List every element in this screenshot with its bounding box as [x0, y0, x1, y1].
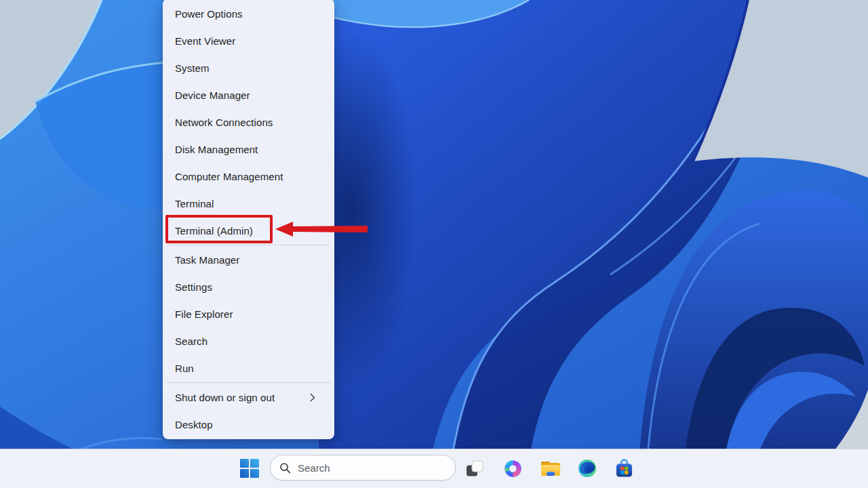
- menu-item-search[interactable]: Search: [165, 327, 332, 354]
- copilot-icon: [504, 460, 522, 478]
- menu-item-run[interactable]: Run: [165, 354, 332, 382]
- menu-item-label: Settings: [175, 281, 212, 293]
- taskbar-search[interactable]: Search: [270, 455, 456, 481]
- menu-item-label: Terminal: [175, 198, 214, 209]
- menu-item-computer-management[interactable]: Computer Management: [165, 163, 332, 190]
- windows-logo-icon: [240, 459, 259, 478]
- edge-button[interactable]: [572, 453, 602, 483]
- menu-item-network-connections[interactable]: Network Connections: [165, 108, 332, 136]
- menu-item-label: File Explorer: [175, 308, 233, 320]
- task-view-button[interactable]: [460, 453, 490, 483]
- menu-item-system[interactable]: System: [165, 54, 332, 81]
- menu-item-task-manager[interactable]: Task Manager: [165, 246, 332, 273]
- file-explorer-icon: [540, 460, 561, 477]
- desktop-wallpaper: [0, 0, 868, 488]
- menu-item-label: Event Viewer: [175, 35, 235, 47]
- search-placeholder: Search: [298, 462, 330, 474]
- menu-item-device-manager[interactable]: Device Manager: [165, 81, 332, 108]
- menu-item-label: Computer Management: [175, 171, 283, 182]
- menu-item-settings[interactable]: Settings: [165, 273, 332, 300]
- menu-item-label: Shut down or sign out: [175, 392, 275, 403]
- microsoft-store-icon: [615, 458, 633, 479]
- menu-separator: [167, 245, 330, 245]
- menu-item-power-options[interactable]: Power Options: [165, 0, 332, 27]
- task-view-icon: [466, 460, 484, 477]
- submenu-chevron-icon: [309, 393, 317, 402]
- menu-item-event-viewer[interactable]: Event Viewer: [165, 27, 332, 54]
- copilot-button[interactable]: [498, 453, 528, 483]
- menu-item-disk-management[interactable]: Disk Management: [165, 136, 332, 163]
- menu-item-label: Task Manager: [175, 254, 239, 266]
- menu-item-terminal-admin[interactable]: Terminal (Admin): [165, 217, 332, 244]
- desktop: Power OptionsEvent ViewerSystemDevice Ma…: [0, 0, 868, 488]
- menu-item-shut-down-or-sign-out[interactable]: Shut down or sign out: [165, 384, 332, 411]
- menu-item-label: Device Manager: [175, 89, 250, 101]
- edge-icon: [578, 459, 597, 478]
- microsoft-store-button[interactable]: [609, 453, 639, 483]
- taskbar: Search: [0, 449, 868, 488]
- file-explorer-button[interactable]: [536, 453, 566, 483]
- start-button[interactable]: [235, 453, 264, 483]
- winx-menu: Power OptionsEvent ViewerSystemDevice Ma…: [163, 0, 334, 439]
- menu-item-label: System: [175, 62, 210, 74]
- menu-item-label: Run: [175, 363, 194, 374]
- search-icon: [279, 462, 291, 474]
- menu-item-file-explorer[interactable]: File Explorer: [165, 300, 332, 327]
- menu-item-label: Power Options: [175, 8, 243, 20]
- menu-separator: [167, 382, 330, 383]
- menu-item-label: Network Connections: [175, 117, 273, 128]
- menu-item-desktop[interactable]: Desktop: [165, 411, 332, 438]
- menu-item-label: Terminal (Admin): [175, 225, 253, 237]
- menu-item-label: Search: [175, 336, 208, 347]
- menu-item-terminal[interactable]: Terminal: [165, 190, 332, 217]
- menu-item-label: Desktop: [175, 419, 213, 430]
- menu-item-label: Disk Management: [175, 144, 258, 155]
